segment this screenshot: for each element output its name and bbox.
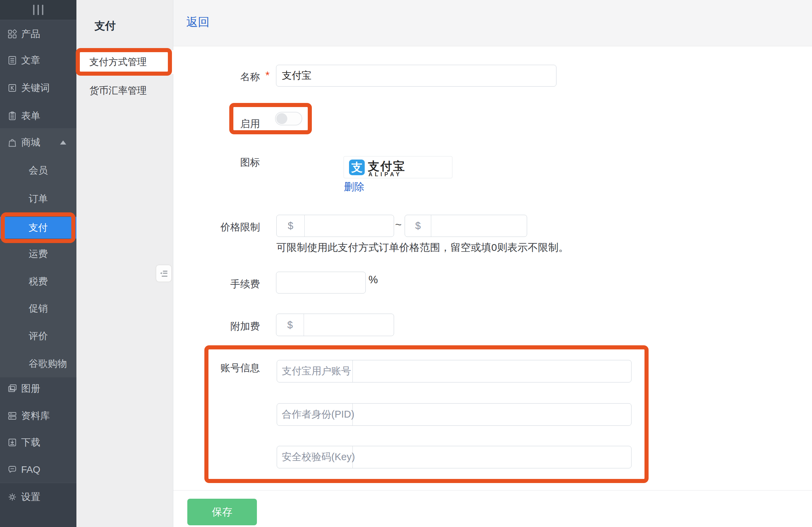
sidebar-item-members[interactable]: 会员 (0, 160, 76, 181)
fee-label: 手续费 (173, 277, 260, 291)
icon-label: 图标 (173, 156, 260, 169)
required-asterisk: * (265, 70, 270, 82)
subpanel-item-label: 支付方式管理 (89, 57, 147, 67)
field-prefix: 合作者身份(PID) (277, 404, 353, 425)
currency-prefix: $ (277, 215, 305, 237)
subpanel-item-currency-rates[interactable]: 货币汇率管理 (76, 79, 173, 103)
sidebar-collapse-icon[interactable] (30, 5, 46, 15)
subpanel-item-label: 货币汇率管理 (89, 85, 147, 96)
sidebar-item-forms[interactable]: 表单 (0, 102, 76, 130)
sidebar-item-label: 下载 (21, 436, 40, 449)
security-key-group: 安全校验码(Key) (277, 446, 632, 468)
submenu-label: 谷歌购物 (29, 357, 67, 370)
downloads-icon (7, 437, 17, 448)
library-icon (7, 411, 17, 421)
sidebar-top-bar (0, 0, 76, 20)
enable-toggle[interactable] (275, 112, 302, 125)
surcharge-input[interactable] (304, 314, 394, 336)
subpanel-item-payment-methods[interactable]: 支付方式管理 (76, 50, 173, 74)
alipay-logo-image: 支 支付宝 ALIPAY (344, 156, 452, 178)
collapse-menu-icon (159, 269, 169, 278)
keywords-icon (7, 83, 17, 93)
form-footer: 保存 (173, 490, 812, 527)
payment-subpanel: 支付 支付方式管理 货币汇率管理 (76, 0, 173, 527)
main-sidebar: 产品 文章 关键词 表单 商城 会员 订单 支付 运费 税费 促销 评价 谷歌购… (0, 0, 76, 527)
sidebar-item-mall[interactable]: 商城 (0, 129, 76, 156)
forms-icon (7, 111, 17, 121)
alipay-glyph-icon: 支 (349, 160, 365, 175)
faq-icon (7, 465, 17, 475)
name-label: 名称 (173, 70, 260, 84)
sidebar-item-google-shopping[interactable]: 谷歌购物 (0, 353, 76, 374)
surcharge-group: $ (276, 314, 394, 336)
sidebar-item-promotion[interactable]: 促销 (0, 298, 76, 319)
sidebar-item-orders[interactable]: 订单 (0, 189, 76, 209)
products-icon (7, 29, 17, 39)
enable-label: 启用 (173, 117, 260, 131)
mall-icon (7, 137, 17, 148)
fee-input[interactable] (276, 272, 366, 293)
field-prefix: 支付宝用户账号 (277, 360, 353, 382)
surcharge-label: 附加费 (173, 320, 260, 333)
submenu-label: 促销 (29, 302, 48, 315)
sidebar-item-label: 图册 (21, 382, 40, 395)
sidebar-item-reviews[interactable]: 评价 (0, 326, 76, 346)
sidebar-item-faq[interactable]: FAQ (0, 456, 76, 483)
sidebar-item-settings[interactable]: 设置 (0, 483, 76, 511)
sidebar-item-label: 关键词 (21, 81, 50, 94)
price-max-group: $ (405, 215, 527, 237)
price-limit-hint: 可限制使用此支付方式订单价格范围，留空或填0则表示不限制。 (276, 241, 569, 255)
alipay-account-input[interactable] (353, 360, 631, 382)
price-min-input[interactable] (305, 215, 394, 237)
submenu-label: 运费 (29, 247, 48, 260)
sidebar-item-label: FAQ (21, 464, 40, 475)
price-min-group: $ (276, 215, 394, 237)
currency-prefix: $ (276, 314, 304, 336)
sidebar-item-label: 资料库 (21, 409, 50, 422)
sidebar-item-label: 文章 (21, 54, 40, 67)
main-content: 返回 名称 * 启用 图标 支 支付宝 ALIPAY 删除 价格限制 $ ~ $… (173, 0, 812, 527)
settings-icon (7, 492, 17, 502)
price-limit-label: 价格限制 (173, 221, 260, 234)
save-button[interactable]: 保存 (187, 499, 257, 525)
submenu-label: 税费 (29, 275, 48, 288)
sidebar-item-albums[interactable]: 图册 (0, 375, 76, 402)
alipay-account-group: 支付宝用户账号 (277, 360, 632, 382)
field-prefix: 安全校验码(Key) (277, 446, 353, 468)
alipay-logo-en: ALIPAY (368, 171, 402, 178)
name-input[interactable] (276, 65, 556, 87)
subpanel-title: 支付 (95, 19, 116, 33)
articles-icon (7, 55, 17, 65)
account-info-label: 账号信息 (173, 361, 260, 375)
range-separator: ~ (395, 218, 402, 231)
delete-icon-link[interactable]: 删除 (344, 180, 364, 194)
partner-pid-input[interactable] (353, 404, 631, 425)
albums-icon (7, 383, 17, 394)
chevron-up-icon (60, 140, 66, 145)
percent-suffix: % (368, 274, 378, 286)
submenu-label: 订单 (29, 192, 48, 205)
partner-pid-group: 合作者身份(PID) (277, 403, 632, 426)
submenu-label: 会员 (29, 164, 48, 177)
price-max-input[interactable] (431, 215, 527, 237)
sidebar-item-label: 设置 (21, 491, 40, 503)
submenu-label: 支付 (29, 221, 48, 234)
sidebar-item-tax[interactable]: 税费 (0, 271, 76, 292)
sidebar-item-articles[interactable]: 文章 (0, 47, 76, 74)
sidebar-item-label: 表单 (21, 109, 40, 122)
sidebar-item-payment[interactable]: 支付 (0, 217, 76, 239)
toggle-knob (276, 113, 287, 124)
panel-collapse-button[interactable] (156, 265, 172, 282)
sidebar-item-downloads[interactable]: 下载 (0, 429, 76, 456)
admin-page: 产品 文章 关键词 表单 商城 会员 订单 支付 运费 税费 促销 评价 谷歌购… (0, 0, 812, 527)
sidebar-item-shipping[interactable]: 运费 (0, 244, 76, 264)
sidebar-item-keywords[interactable]: 关键词 (0, 74, 76, 102)
sidebar-item-products[interactable]: 产品 (0, 20, 76, 48)
submenu-label: 评价 (29, 330, 48, 343)
security-key-input[interactable] (353, 446, 631, 468)
back-link[interactable]: 返回 (186, 14, 209, 30)
sidebar-item-library[interactable]: 资料库 (0, 402, 76, 430)
main-header: 返回 (173, 0, 812, 46)
currency-prefix: $ (405, 215, 431, 237)
sidebar-item-label: 商城 (21, 136, 40, 149)
